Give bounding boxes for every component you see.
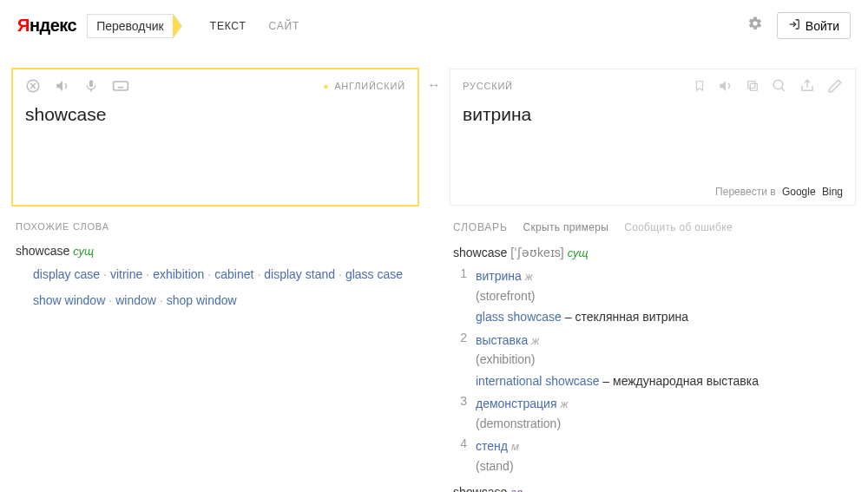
- bookmark-icon[interactable]: [694, 78, 706, 94]
- related-heading: ПОХОЖИЕ СЛОВА: [16, 221, 415, 232]
- synonym-row-1: display case·vitrine·exhibition·cabinet·…: [33, 265, 415, 285]
- target-output: витрина: [450, 102, 855, 137]
- search-icon[interactable]: [772, 78, 787, 94]
- source-lang-label[interactable]: АНГЛИЙСКИЙ: [323, 81, 405, 91]
- edit-icon[interactable]: [827, 78, 843, 94]
- translation-link[interactable]: выставка: [476, 333, 528, 347]
- translation-link[interactable]: стенд: [476, 439, 508, 453]
- dict-ipa: [ˈʃəʊkeɪs]: [510, 246, 564, 259]
- hide-examples-link[interactable]: Скрыть примеры: [523, 221, 609, 233]
- source-panel: АНГЛИЙСКИЙ showcase: [12, 69, 418, 206]
- back-translation: (demonstration): [476, 414, 842, 433]
- definition-item: 1 витринаж (storefront) glass showcase –…: [453, 266, 842, 327]
- synonym-link[interactable]: show window: [33, 293, 105, 307]
- dict-pos-noun: сущ: [568, 246, 589, 259]
- translate-in-label: Перевести в: [715, 186, 775, 198]
- back-translation: (exhibition): [476, 350, 842, 369]
- source-input[interactable]: showcase: [13, 102, 418, 137]
- synonym-link[interactable]: display stand: [264, 267, 335, 281]
- svg-line-15: [781, 88, 785, 91]
- bing-link[interactable]: Bing: [822, 186, 843, 198]
- synonym-link[interactable]: shop window: [167, 293, 237, 307]
- back-translation: (storefront): [476, 286, 842, 305]
- target-lang-label[interactable]: РУССКИЙ: [463, 81, 513, 91]
- svg-rect-13: [748, 82, 755, 89]
- swap-languages-button[interactable]: ↔: [418, 69, 450, 492]
- dict-word-verb: showcase: [453, 485, 507, 492]
- back-translation: (stand): [476, 456, 842, 476]
- logo-rest: ндекс: [30, 16, 76, 35]
- mode-tabs: ТЕКСТ САЙТ: [210, 20, 299, 32]
- login-label: Войти: [806, 19, 839, 33]
- yandex-logo[interactable]: Яндекс: [17, 16, 76, 36]
- copy-icon[interactable]: [746, 78, 760, 94]
- login-icon: [788, 18, 800, 33]
- speaker-icon[interactable]: [55, 78, 70, 94]
- definition-item: 3 демонстрацияж (demonstration): [453, 394, 842, 433]
- definition-item: 4 стендм (stand): [453, 436, 842, 476]
- svg-rect-12: [750, 83, 757, 90]
- google-link[interactable]: Google: [782, 186, 816, 198]
- tab-text[interactable]: ТЕКСТ: [210, 20, 247, 32]
- dictionary-section: СЛОВАРЬ Скрыть примеры Сообщить об ошибк…: [450, 206, 856, 492]
- svg-rect-4: [89, 80, 93, 87]
- tab-site[interactable]: САЙТ: [269, 20, 300, 32]
- translation-link[interactable]: демонстрация: [476, 397, 557, 410]
- synonym-link[interactable]: exhibition: [153, 267, 204, 281]
- dict-pos-verb: гл: [510, 486, 523, 492]
- related-words-section: ПОХОЖИЕ СЛОВА showcase сущ display case·…: [12, 206, 418, 327]
- synonym-link[interactable]: cabinet: [214, 267, 253, 281]
- svg-point-14: [773, 80, 783, 89]
- login-button[interactable]: Войти: [777, 12, 851, 39]
- synonym-link[interactable]: window: [115, 293, 156, 307]
- report-error-link[interactable]: Сообщить об ошибке: [624, 221, 733, 233]
- synonym-link[interactable]: glass case: [345, 267, 403, 281]
- definition-item: 2 выставкаж (exhibition) international s…: [453, 331, 842, 391]
- svg-rect-6: [114, 82, 128, 90]
- related-word: showcase: [16, 244, 69, 258]
- logo-letter: Я: [17, 16, 30, 35]
- speaker-icon[interactable]: [718, 78, 733, 94]
- settings-icon[interactable]: [747, 16, 763, 36]
- service-name-badge[interactable]: Переводчик: [87, 14, 174, 38]
- share-icon[interactable]: [799, 78, 815, 94]
- related-pos: сущ: [73, 245, 94, 258]
- synonym-row-2: show window·window·shop window: [33, 291, 415, 312]
- synonym-link[interactable]: vitrine: [110, 267, 142, 281]
- keyboard-icon[interactable]: [112, 79, 129, 93]
- header: Яндекс Переводчик ТЕКСТ САЙТ Войти: [0, 0, 868, 49]
- synonym-link[interactable]: display case: [33, 267, 100, 281]
- example: glass showcase – стеклянная витрина: [476, 307, 842, 326]
- clear-icon[interactable]: [25, 78, 41, 94]
- dictionary-label: СЛОВАРЬ: [453, 221, 508, 233]
- example: international showcase – международная в…: [476, 371, 842, 390]
- translation-link[interactable]: витрина: [476, 269, 522, 283]
- dict-word: showcase: [453, 246, 507, 259]
- microphone-icon[interactable]: [84, 78, 98, 94]
- target-panel: РУССКИЙ витри: [450, 69, 856, 206]
- service-label: Переводчик: [96, 19, 164, 33]
